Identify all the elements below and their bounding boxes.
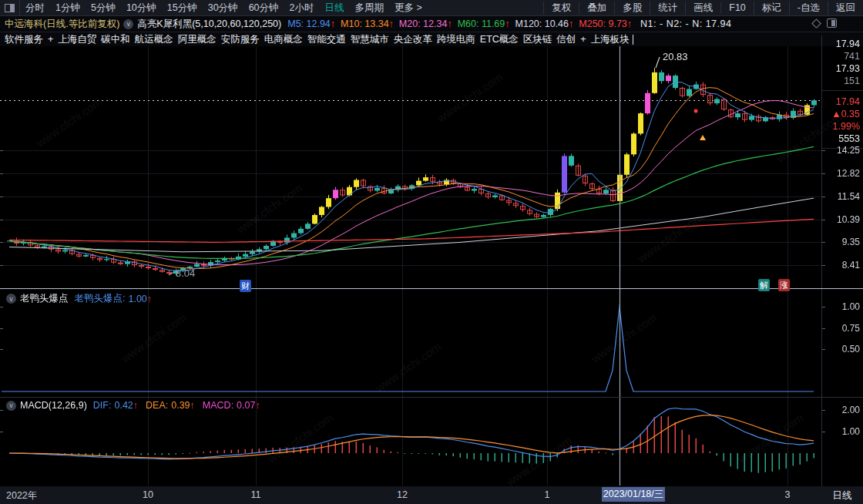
price-change-pct: 1.99% (823, 121, 860, 132)
toolbar-button-统计[interactable]: 统计 (650, 2, 685, 15)
layout-icon[interactable] (0, 0, 20, 16)
quote-value: 151 (823, 76, 860, 86)
signal-axis-label: 0.75 (823, 323, 860, 334)
stock-title[interactable]: 中远海科(日线.等比前复权) (5, 18, 119, 31)
concept-link-信创[interactable]: 信创 (556, 33, 576, 46)
app-window: 分时1分钟5分钟10分钟15分钟30分钟60分钟2小时日线多周期更多 > 复权叠… (0, 0, 863, 504)
ma-readout-M5: M5: 12.94↑ (287, 18, 335, 29)
toolbar-button-多股[interactable]: 多股 (614, 2, 650, 15)
price-axis-label: 11.54 (823, 191, 860, 202)
main-panel-divider[interactable] (0, 288, 863, 289)
toolbar-button-复权[interactable]: 复权 (543, 2, 579, 15)
concept-link-上海板块[interactable]: 上海板块 (591, 33, 630, 46)
period-tab-1分钟[interactable]: 1分钟 (50, 2, 86, 15)
price-change: ▲0.35 (823, 109, 860, 119)
price-annotation: 8.04 (176, 267, 195, 279)
concept-link-安防服务[interactable]: 安防服务 (221, 33, 260, 46)
up-arrow-icon: ↑ (447, 18, 452, 29)
period-tab-2小时[interactable]: 2小时 (284, 2, 320, 15)
macd-panel-header: ∨ MACD(12,26,9) DIF: 0.42 ↑ DEA: 0.39 ↑ … (6, 400, 260, 411)
concept-plus: + (580, 34, 586, 45)
axis-divider (821, 35, 822, 504)
event-badge-解[interactable]: 解 (758, 279, 770, 291)
quote-separator (822, 90, 863, 91)
event-badge-涨[interactable]: 涨 (778, 279, 790, 291)
diamond-icon[interactable] (811, 18, 821, 29)
time-axis-label: 10 (143, 489, 153, 500)
up-arrow-icon: ↑ (255, 400, 260, 411)
period-tab-60分钟[interactable]: 60分钟 (243, 2, 284, 15)
concept-link-软件服务[interactable]: 软件服务 (5, 33, 43, 46)
signal-value-label: 老鸭头爆点: (75, 292, 126, 305)
concept-link-智能交通[interactable]: 智能交通 (307, 33, 346, 46)
concept-plus: + (48, 34, 53, 45)
concept-link-ETC概念[interactable]: ETC概念 (480, 33, 519, 46)
price-axis-label: 10.39 (823, 214, 860, 225)
period-tab-10分钟[interactable]: 10分钟 (121, 2, 162, 15)
collapse-icon[interactable]: ∨ (6, 401, 16, 411)
concept-link-央企改革[interactable]: 央企改革 (394, 33, 432, 46)
period-tab-5分钟[interactable]: 5分钟 (86, 2, 121, 15)
toolbar-button-叠加[interactable]: 叠加 (579, 2, 614, 15)
toolbar-button-返回[interactable]: 返回 (828, 2, 863, 15)
concept-link-上海自贸[interactable]: 上海自贸 (58, 33, 96, 46)
toolbar-button-标记[interactable]: 标记 (754, 2, 789, 15)
period-tab-日线[interactable]: 日线 (319, 2, 349, 15)
quote-value: 741 (823, 51, 860, 62)
period-tab-分时[interactable]: 分时 (20, 2, 50, 15)
toolbar-button-画线[interactable]: 画线 (685, 2, 720, 15)
dif-value: 0.42 (114, 400, 133, 411)
time-axis-label: 1 (545, 489, 550, 500)
concept-link-航运概念[interactable]: 航运概念 (135, 33, 173, 46)
macd-axis-label: 2.00 (823, 405, 860, 415)
toolbar: 分时1分钟5分钟10分钟15分钟30分钟60分钟2小时日线多周期更多 > 复权叠… (0, 0, 863, 16)
text-caret (633, 35, 633, 45)
up-arrow-icon: ↑ (627, 18, 632, 29)
up-arrow-icon: ↑ (331, 18, 335, 29)
up-arrow-icon: ↑ (389, 18, 394, 29)
crosshair-date-box[interactable]: 2023/01/18/三 (602, 487, 665, 502)
price-axis-label: 12.82 (823, 168, 860, 179)
quote-value: 17.93 (823, 63, 860, 74)
ma-readout-M120: M120: 10.46↑ (515, 18, 574, 29)
up-arrow-icon: ↑ (147, 294, 152, 304)
macd-title[interactable]: MACD(12,26,9) (20, 400, 87, 411)
time-axis-label: 12 (397, 489, 408, 500)
concept-link-碳中和[interactable]: 碳中和 (101, 33, 130, 46)
ma-readout-M250: M250: 9.73↑ (579, 18, 632, 29)
signal-axis-label: 1.00 (823, 301, 860, 312)
chevron-down-icon[interactable]: ∨ (123, 19, 133, 29)
split-view-icon[interactable] (827, 18, 837, 28)
macd-label: MACD: (203, 400, 233, 411)
period-tab-15分钟[interactable]: 15分钟 (162, 2, 203, 15)
dif-label: DIF: (93, 400, 112, 411)
concept-link-电商概念[interactable]: 电商概念 (264, 33, 303, 46)
signal-panel-header: ∨ 老鸭头爆点 老鸭头爆点: 1.00 ↑ (6, 292, 152, 305)
concept-link-阿里概念[interactable]: 阿里概念 (178, 33, 217, 46)
toolbar-buttons: 复权叠加多股统计画线F10标记-自选返回 (543, 0, 863, 16)
time-axis: 2023/01/18/三 日线 2022年10111213 (0, 486, 863, 504)
ma-readout-M60: M60: 11.69↑ (458, 18, 510, 29)
current-price: 17.94 (823, 96, 860, 107)
signal-panel-divider[interactable] (0, 397, 863, 398)
dea-value: 0.39 (171, 400, 190, 411)
concept-link-跨境电商[interactable]: 跨境电商 (437, 33, 475, 46)
period-tab-30分钟[interactable]: 30分钟 (203, 2, 243, 15)
period-tab-多周期[interactable]: 多周期 (349, 2, 389, 15)
price-annotation: 20.83 (663, 51, 688, 62)
concept-link-智慧城市[interactable]: 智慧城市 (351, 33, 389, 46)
time-axis-label: 2022年 (6, 489, 37, 502)
toolbar-button-F10[interactable]: F10 (720, 2, 754, 13)
time-axis-label: 11 (251, 489, 261, 500)
indicator-title[interactable]: 高亮K犀利黑(5,10,20,60,120,250) (137, 18, 281, 31)
chart-canvas[interactable] (0, 0, 863, 504)
collapse-icon[interactable]: ∨ (6, 294, 16, 304)
event-badge-财[interactable]: 财 (240, 280, 251, 292)
up-arrow-icon: ↑ (190, 400, 195, 411)
ma-values: M5: 12.94↑M10: 13.34↑M20: 12.34↑M60: 11.… (287, 18, 637, 29)
concept-link-区块链[interactable]: 区块链 (523, 33, 552, 46)
signal-title[interactable]: 老鸭头爆点 (20, 292, 69, 305)
toolbar-button--自选[interactable]: -自选 (789, 2, 828, 15)
period-tab-更多 >[interactable]: 更多 > (389, 2, 428, 15)
info-bar: 中远海科(日线.等比前复权) ∨ 高亮K犀利黑(5,10,20,60,120,2… (0, 16, 863, 32)
